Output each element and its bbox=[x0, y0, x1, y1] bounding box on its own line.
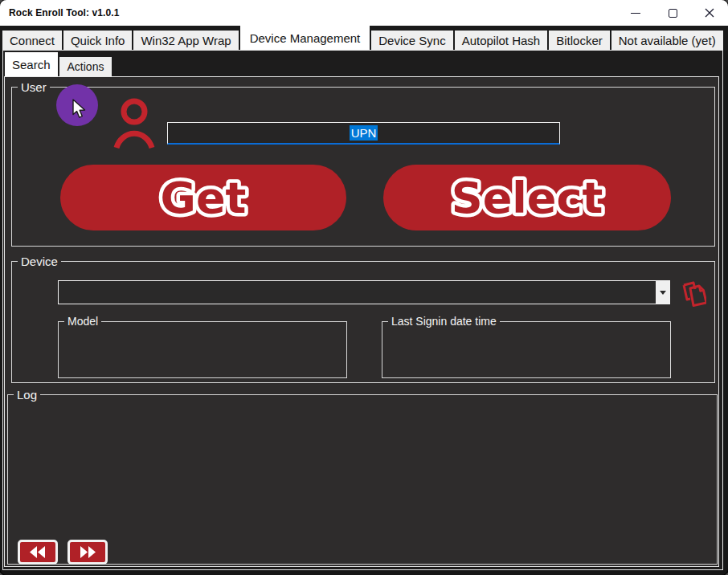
upn-selected-text: UPN bbox=[350, 125, 378, 141]
tab-not-available[interactable]: Not available (yet) bbox=[611, 31, 723, 51]
tab-quick-info[interactable]: Quick Info bbox=[63, 31, 133, 51]
select-button-label: Select bbox=[452, 173, 603, 223]
minimize-icon bbox=[631, 13, 640, 14]
close-button[interactable] bbox=[691, 0, 728, 26]
model-groupbox: Model bbox=[58, 315, 347, 378]
person-icon bbox=[112, 98, 157, 149]
log-forward-button[interactable] bbox=[67, 540, 108, 565]
fast-forward-icon bbox=[78, 545, 97, 559]
tab-connect[interactable]: Connect bbox=[2, 31, 62, 51]
get-button[interactable]: Get bbox=[60, 165, 346, 230]
window-controls bbox=[617, 0, 728, 26]
user-groupbox-label: User bbox=[18, 80, 50, 94]
dropdown-arrow-icon bbox=[660, 291, 666, 295]
upn-input[interactable]: UPN bbox=[167, 122, 560, 145]
mouse-cursor-icon bbox=[72, 99, 87, 120]
copy-icon[interactable] bbox=[681, 278, 706, 308]
select-button[interactable]: Select bbox=[383, 165, 671, 230]
log-content bbox=[11, 406, 712, 534]
maximize-button[interactable] bbox=[654, 0, 691, 26]
app-window: Rock Enroll Tool: v1.0.1 Connect Quick I… bbox=[0, 0, 728, 575]
maximize-icon bbox=[669, 9, 677, 18]
main-tab-bar: Connect Quick Info Win32 App Wrap Device… bbox=[0, 26, 728, 51]
last-signin-groupbox: Last Signin date time bbox=[382, 315, 671, 378]
tab-win32-app-wrap[interactable]: Win32 App Wrap bbox=[133, 31, 238, 51]
log-groupbox-label: Log bbox=[14, 388, 40, 402]
rewind-icon bbox=[28, 545, 47, 559]
window-title: Rock Enroll Tool: v1.0.1 bbox=[9, 7, 120, 18]
tab-bitlocker[interactable]: Bitlocker bbox=[549, 31, 610, 51]
get-button-label: Get bbox=[161, 173, 247, 223]
title-bar: Rock Enroll Tool: v1.0.1 bbox=[0, 0, 728, 26]
tab-autopilot-hash[interactable]: Autopilot Hash bbox=[455, 31, 548, 51]
minimize-button[interactable] bbox=[617, 0, 654, 26]
device-dropdown[interactable] bbox=[58, 280, 670, 304]
close-icon bbox=[705, 8, 714, 18]
device-dropdown-button[interactable] bbox=[656, 281, 669, 304]
cursor-click-highlight bbox=[56, 84, 98, 126]
tab-device-sync[interactable]: Device Sync bbox=[371, 31, 452, 51]
log-back-button[interactable] bbox=[18, 540, 58, 565]
sub-tab-bar: Search Actions bbox=[5, 51, 712, 76]
last-signin-groupbox-label: Last Signin date time bbox=[388, 315, 500, 328]
subtab-actions[interactable]: Actions bbox=[59, 57, 112, 76]
device-dropdown-value bbox=[59, 281, 656, 304]
model-groupbox-label: Model bbox=[64, 315, 101, 328]
tab-device-management[interactable]: Device Management bbox=[240, 26, 370, 51]
subtab-search[interactable]: Search bbox=[5, 52, 58, 76]
device-groupbox-label: Device bbox=[18, 255, 61, 268]
